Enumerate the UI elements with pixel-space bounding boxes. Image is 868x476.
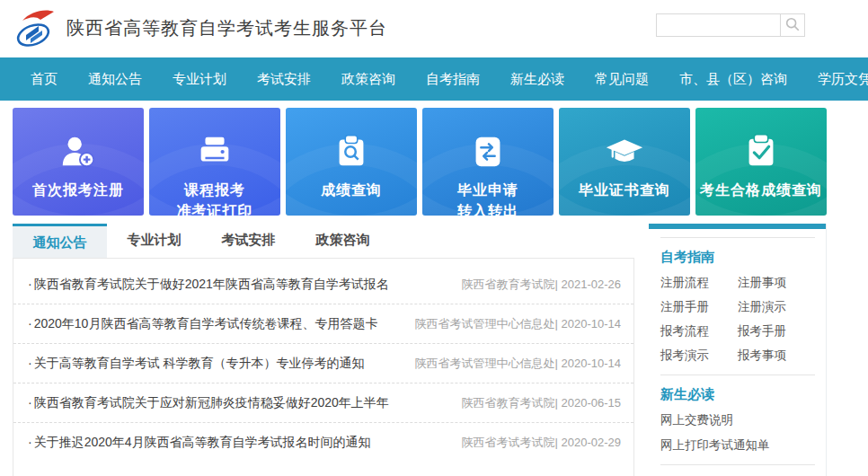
nav-item-major-plans[interactable]: 专业计划 xyxy=(173,71,226,88)
sidebar-links-guide: 注册流程 注册事项 注册手册 注册演示 报考流程 报考手册 报考演示 报考事项 xyxy=(660,275,815,364)
link-print-exam-notice[interactable]: 网上打印考试通知单 xyxy=(660,437,815,454)
link-apply-notes[interactable]: 报考事项 xyxy=(738,348,815,364)
site-title: 陕西省高等教育自学考试考生服务平台 xyxy=(66,16,387,40)
header: 陕西省高等教育自学考试考生服务平台 xyxy=(0,0,868,57)
quick-actions: 首次报考注册 课程报考 准考证打印 xyxy=(13,108,827,216)
card-diploma-query[interactable]: 毕业证书查询 xyxy=(559,108,690,216)
news-tabs: 通知公告 专业计划 考试安排 政策咨询 xyxy=(13,224,634,258)
news-panel: 通知公告 专业计划 考试安排 政策咨询 ·陕西省教育考试院关于做好2021年陕西… xyxy=(13,224,634,476)
card-label: 毕业申请 转入转出 xyxy=(457,180,518,216)
news-title-text: 陕西省教育考试院关于应对新冠肺炎疫情稳妥做好2020年上半年 xyxy=(34,395,389,410)
news-item[interactable]: ·关于高等教育自学考试 科学教育（专升本）专业停考的通知 陕西省考试管理中心信息… xyxy=(13,344,633,383)
card-label: 成绩查询 xyxy=(321,180,382,200)
brand: 陕西省高等教育自学考试考生服务平台 xyxy=(13,7,387,48)
meta-separator: | xyxy=(554,317,557,331)
search-input[interactable] xyxy=(656,13,780,37)
news-item[interactable]: ·关于推迟2020年4月陕西省高等教育自学考试报名时间的通知 陕西省考试考试院|… xyxy=(13,423,633,463)
news-title[interactable]: ·陕西省教育考试院关于做好2021年陕西省高等教育自学考试报名 xyxy=(28,277,389,293)
meta-separator: | xyxy=(554,357,557,370)
news-title-text: 关于高等教育自学考试 科学教育（专升本）专业停考的通知 xyxy=(34,356,365,370)
news-title[interactable]: ·2020年10月陕西省高等教育自学考试传统卷课程、专用答题卡 xyxy=(28,316,377,332)
main-nav: 首页 通知公告 专业计划 考试安排 政策咨询 自考指南 新生必读 常见问题 市、… xyxy=(0,57,868,101)
user-plus-icon xyxy=(58,131,99,172)
news-title[interactable]: ·关于推迟2020年4月陕西省高等教育自学考试报名时间的通知 xyxy=(28,435,371,451)
graduation-cap-icon xyxy=(604,131,645,172)
bullet: · xyxy=(28,395,32,410)
news-meta: 陕西省教育考试院| 2021-02-26 xyxy=(461,277,621,293)
link-register-manual[interactable]: 注册手册 xyxy=(660,299,738,315)
news-date: 2020-02-29 xyxy=(562,436,622,449)
news-item[interactable]: ·陕西省教育考试院关于应对新冠肺炎疫情稳妥做好2020年上半年 陕西省教育考试院… xyxy=(13,383,633,423)
sidebar-heading-freshman-must-read: 新生必读 xyxy=(660,386,815,403)
sidebar: 自考指南 注册流程 注册事项 注册手册 注册演示 报考流程 报考手册 报考演示 … xyxy=(649,224,827,476)
nav-item-notices[interactable]: 通知公告 xyxy=(88,71,142,88)
nav-item-freshman-must-read[interactable]: 新生必读 xyxy=(510,71,564,88)
divider xyxy=(660,464,815,465)
news-date: 2020-10-14 xyxy=(562,317,622,331)
link-online-payment-info[interactable]: 网上交费说明 xyxy=(660,412,815,428)
search-icon xyxy=(784,16,801,35)
news-meta: 陕西省考试考试院| 2020-02-29 xyxy=(461,435,621,451)
sidebar-inner: 自考指南 注册流程 注册事项 注册手册 注册演示 报考流程 报考手册 报考演示 … xyxy=(649,237,826,476)
divider xyxy=(660,237,815,238)
transfer-arrows-icon xyxy=(467,131,509,172)
site-logo-icon xyxy=(13,7,56,48)
card-first-registration[interactable]: 首次报考注册 xyxy=(13,108,144,216)
news-meta: 陕西省考试管理中心信息处| 2020-10-14 xyxy=(414,316,621,332)
clipboard-search-icon xyxy=(331,131,372,172)
sidebar-heading-self-exam-guide: 自考指南 xyxy=(660,249,815,266)
news-source: 陕西省考试管理中心信息处 xyxy=(414,317,554,331)
nav-item-policy-consult[interactable]: 政策咨询 xyxy=(341,71,395,88)
card-score-query[interactable]: 成绩查询 xyxy=(286,108,417,216)
meta-separator: | xyxy=(554,278,557,291)
bullet: · xyxy=(28,435,32,449)
link-apply-manual[interactable]: 报考手册 xyxy=(738,323,815,339)
link-register-demo[interactable]: 注册演示 xyxy=(738,299,815,315)
news-source: 陕西省考试管理中心信息处 xyxy=(414,357,554,370)
news-source: 陕西省教育考试院 xyxy=(461,278,554,291)
search-button[interactable] xyxy=(780,13,805,37)
card-label: 课程报考 准考证打印 xyxy=(177,180,253,216)
bullet: · xyxy=(28,277,32,291)
card-course-apply-print[interactable]: 课程报考 准考证打印 xyxy=(149,108,280,216)
nav-item-city-county-consult[interactable]: 市、县（区）咨询 xyxy=(679,71,787,88)
card-graduation-apply-transfer[interactable]: 毕业申请 转入转出 xyxy=(422,108,554,216)
clipboard-check-icon xyxy=(740,131,782,172)
tab-major-plans[interactable]: 专业计划 xyxy=(107,224,201,258)
bullet: · xyxy=(28,356,32,370)
sidebar-links-freshman: 网上交费说明 网上打印考试通知单 xyxy=(660,412,815,454)
news-list: ·陕西省教育考试院关于做好2021年陕西省高等教育自学考试报名 陕西省教育考试院… xyxy=(13,258,634,476)
news-title-text: 2020年10月陕西省高等教育自学考试传统卷课程、专用答题卡 xyxy=(34,316,378,331)
nav-item-faq[interactable]: 常见问题 xyxy=(595,71,649,88)
card-label: 考生合格成绩查询 xyxy=(700,180,822,200)
link-register-process[interactable]: 注册流程 xyxy=(660,275,738,291)
news-meta: 陕西省考试管理中心信息处| 2020-10-14 xyxy=(414,356,621,372)
news-date: 2021-02-26 xyxy=(562,278,622,291)
content: 通知公告 专业计划 考试安排 政策咨询 ·陕西省教育考试院关于做好2021年陕西… xyxy=(13,224,868,476)
divider xyxy=(660,375,815,375)
nav-item-exam-schedule[interactable]: 考试安排 xyxy=(257,71,311,88)
link-apply-process[interactable]: 报考流程 xyxy=(660,323,738,339)
printer-icon xyxy=(194,131,235,172)
news-title[interactable]: ·陕西省教育考试院关于应对新冠肺炎疫情稳妥做好2020年上半年 xyxy=(28,395,389,411)
page: 陕西省高等教育自学考试考生服务平台 首页 通知公告 专业计划 考试安排 政策咨询… xyxy=(0,0,868,476)
card-qualified-scores-query[interactable]: 考生合格成绩查询 xyxy=(695,108,827,216)
meta-separator: | xyxy=(554,436,557,449)
nav-item-diploma-query[interactable]: 学历文凭查询 xyxy=(818,71,868,88)
card-label: 毕业证书查询 xyxy=(579,180,670,200)
tab-notices[interactable]: 通知公告 xyxy=(13,224,107,258)
nav-item-home[interactable]: 首页 xyxy=(31,71,58,88)
news-date: 2020-06-15 xyxy=(562,396,622,410)
news-item[interactable]: ·陕西省教育考试院关于做好2021年陕西省高等教育自学考试报名 陕西省教育考试院… xyxy=(13,265,633,304)
news-item[interactable]: ·2020年10月陕西省高等教育自学考试传统卷课程、专用答题卡 陕西省考试管理中… xyxy=(13,304,633,344)
link-register-notes[interactable]: 注册事项 xyxy=(738,275,815,291)
news-title[interactable]: ·关于高等教育自学考试 科学教育（专升本）专业停考的通知 xyxy=(28,356,365,372)
tab-exam-schedule[interactable]: 考试安排 xyxy=(201,224,296,258)
link-apply-demo[interactable]: 报考演示 xyxy=(660,348,738,364)
news-title-text: 关于推迟2020年4月陕西省高等教育自学考试报名时间的通知 xyxy=(34,435,371,449)
bullet: · xyxy=(28,316,32,331)
news-source: 陕西省考试考试院 xyxy=(461,436,554,449)
nav-item-self-exam-guide[interactable]: 自考指南 xyxy=(426,71,480,88)
sidebar-accent-bar xyxy=(649,224,826,229)
tab-policy-consult[interactable]: 政策咨询 xyxy=(296,224,390,258)
